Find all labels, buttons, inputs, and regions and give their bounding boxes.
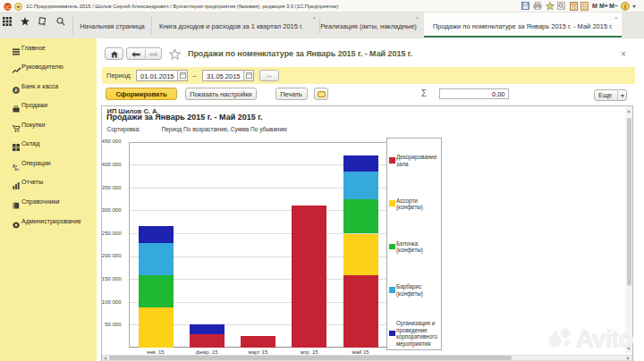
svg-text:Кт: Кт [15,167,21,171]
svg-text:1C: 1C [4,4,11,10]
svg-text:i: i [624,4,626,10]
svg-text:₽: ₽ [14,88,18,93]
